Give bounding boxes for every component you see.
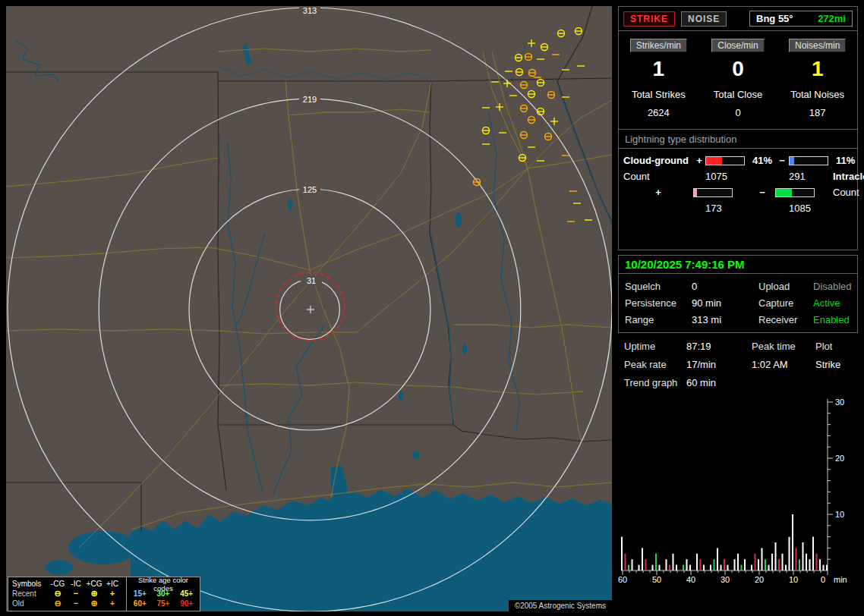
ring-label: 125 (303, 185, 317, 194)
plus-sign: + (693, 155, 705, 166)
map-canvas: 31321912531 (6, 6, 612, 611)
cg-neg-icon: ⊖ (49, 599, 67, 608)
plot-value: Strike (815, 359, 852, 370)
ring-label: 219 (303, 95, 317, 104)
bearing-display: Bng 55° 272mi (749, 11, 853, 27)
svg-text:30: 30 (835, 398, 844, 407)
strikes-column: Strikes/min 1 Total Strikes 2624 (619, 39, 698, 118)
strikes-per-min-header[interactable]: Strikes/min (630, 39, 687, 52)
age-code: 45+ (175, 589, 198, 598)
close-per-min-header[interactable]: Close/min (711, 39, 764, 52)
close-column: Close/min 0 Total Close 0 (698, 39, 778, 118)
count-label: Count (833, 187, 864, 198)
mode-button-row: STRIKE NOISE Bng 55° 272mi (619, 7, 857, 31)
total-strikes-value: 2624 (619, 107, 698, 118)
receiver-label: Receiver (758, 314, 813, 325)
ic-pos-icon: + (103, 599, 121, 608)
ic-pos-gauge (693, 188, 733, 197)
svg-text:min: min (834, 575, 847, 584)
age-code: 30+ (152, 589, 175, 598)
age-code: 90+ (175, 599, 198, 608)
noises-per-min-header[interactable]: Noises/min (789, 39, 846, 52)
lightning-map[interactable]: 31321912531 Symbols -CG -IC +CG +IC Rece… (6, 6, 612, 611)
persistence-label: Persistence (625, 297, 692, 309)
svg-text:20: 20 (755, 575, 764, 584)
svg-text:60: 60 (618, 575, 627, 584)
strike-button[interactable]: STRIKE (623, 11, 675, 27)
svg-text:0: 0 (821, 575, 825, 584)
minus-sign: − (749, 187, 775, 198)
uptime-label: Uptime (624, 341, 686, 352)
count-label: Count (623, 171, 693, 182)
range-value: 313 mi (692, 314, 758, 325)
squelch-value: 0 (692, 281, 758, 292)
session-stats: Uptime 87:19 Peak time Plot Peak rate 17… (618, 333, 858, 388)
uptime-value: 87:19 (686, 341, 752, 352)
minus-sign: − (775, 155, 789, 166)
legend-symbols: Symbols -CG -IC +CG +IC Recent ⊖ − ⊕ + O… (8, 577, 126, 611)
legend-col-header: -IC (67, 580, 85, 588)
noises-per-min-value: 1 (777, 58, 857, 80)
capture-status: Active (813, 297, 852, 309)
legend-row-label: Old (12, 599, 49, 608)
ic-pos-count: 173 (705, 203, 749, 214)
copyright-text: ©2005 Astrogenic Systems (509, 600, 612, 611)
trend-graph-label: Trend graph (624, 377, 686, 388)
trend-bars (621, 514, 828, 570)
persistence-value: 90 min (692, 297, 758, 309)
age-code: 15+ (128, 589, 152, 598)
cg-neg-icon: ⊖ (49, 589, 67, 598)
cg-pos-percent: 41% (749, 155, 775, 166)
ic-pos-icon: + (103, 589, 121, 598)
rate-columns: Strikes/min 1 Total Strikes 2624 Close/m… (619, 39, 857, 118)
cg-pos-icon: ⊕ (85, 589, 103, 598)
plus-sign: + (623, 187, 693, 198)
capture-label: Capture (758, 297, 813, 309)
bearing-value: Bng 55° (756, 13, 793, 24)
intracloud-label: Intracloud (833, 171, 864, 182)
close-per-min-value: 0 (698, 58, 778, 80)
cg-pos-count: 1075 (705, 171, 749, 182)
cg-neg-gauge (789, 156, 828, 165)
bearing-distance: 272mi (818, 13, 846, 24)
cg-neg-percent: 11% (833, 155, 864, 166)
ic-neg-gauge (775, 188, 815, 197)
upload-status: Disabled (813, 281, 852, 292)
svg-text:10: 10 (835, 510, 844, 519)
svg-text:30: 30 (721, 575, 730, 584)
cloud-ground-label: Cloud-ground (623, 155, 693, 166)
age-code: 75+ (152, 599, 175, 608)
legend-col-header: -CG (49, 580, 67, 588)
trend-graph: 30 20 10 60 50 40 30 20 10 0 min (618, 394, 858, 594)
peak-rate-label: Peak rate (624, 359, 686, 370)
svg-text:50: 50 (652, 575, 661, 584)
distribution-grid: Cloud-ground + 41% − 11% Count 1075 291 … (619, 149, 857, 214)
total-noises-label: Total Noises (777, 89, 857, 100)
ring-label: 313 (303, 6, 317, 15)
strikes-per-min-value: 1 (619, 58, 698, 80)
age-code: 60+ (128, 599, 152, 608)
noises-column: Noises/min 1 Total Noises 187 (777, 39, 857, 118)
legend-symbols-title: Symbols (12, 580, 49, 588)
cg-neg-count: 291 (789, 171, 833, 182)
svg-text:10: 10 (789, 575, 798, 584)
peak-rate-value: 17/min (686, 359, 752, 370)
datetime-display: 10/20/2025 7:49:16 PM (619, 256, 857, 274)
map-legend: Symbols -CG -IC +CG +IC Recent ⊖ − ⊕ + O… (8, 577, 200, 611)
ic-neg-count: 1085 (789, 203, 833, 214)
total-close-label: Total Close (698, 89, 778, 100)
receiver-status: Enabled (813, 314, 852, 325)
trend-window-value: 60 min (686, 377, 752, 388)
noise-button[interactable]: NOISE (681, 11, 727, 27)
range-label: Range (625, 314, 692, 325)
peak-time-label: Peak time (752, 341, 815, 352)
legend-age-codes: Strike age color codes 15+ 30+ 45+ 60+ 7… (126, 577, 200, 611)
distribution-title: Lightning type distribution (619, 130, 857, 149)
legend-col-header: +CG (85, 580, 103, 588)
lake-pontchartrain (68, 531, 138, 564)
trend-axes (621, 399, 833, 575)
peak-time-value: 1:02 AM (752, 359, 815, 370)
rates-panel: STRIKE NOISE Bng 55° 272mi Strikes/min 1… (618, 6, 858, 250)
trend-chart: 30 20 10 60 50 40 30 20 10 0 min (618, 394, 858, 592)
settings-grid: Squelch 0 Upload Disabled Persistence 90… (619, 274, 857, 332)
